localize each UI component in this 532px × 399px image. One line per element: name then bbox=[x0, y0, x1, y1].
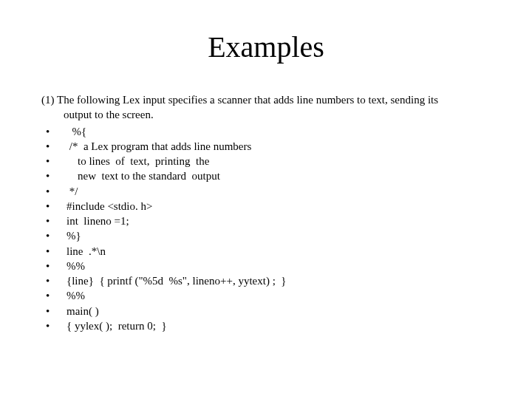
bullet-icon: • bbox=[40, 199, 66, 214]
intro-text: (1) The following Lex input specifies a … bbox=[41, 92, 492, 123]
bullet-text: new text to the standard output bbox=[66, 168, 492, 183]
intro-line-1: (1) The following Lex input specifies a … bbox=[41, 92, 492, 107]
list-item: • main( ) bbox=[40, 304, 492, 318]
bullet-icon: • bbox=[40, 184, 66, 199]
bullet-icon: • bbox=[40, 154, 66, 168]
bullet-text: %% bbox=[66, 288, 492, 303]
list-item: • {line} { printf ("%5d %s", lineno++, y… bbox=[40, 273, 492, 288]
bullet-text: main( ) bbox=[66, 304, 492, 318]
slide: Examples (1) The following Lex input spe… bbox=[0, 0, 532, 399]
list-item: • %} bbox=[40, 228, 492, 243]
bullet-icon: • bbox=[40, 168, 66, 183]
bullet-text: %} bbox=[66, 228, 492, 243]
bullet-icon: • bbox=[40, 214, 66, 228]
bullet-icon: • bbox=[40, 273, 66, 288]
bullet-text: %% bbox=[66, 259, 492, 273]
list-item: • new text to the standard output bbox=[40, 168, 492, 183]
bullet-text: { yylex( ); return 0; } bbox=[66, 318, 492, 333]
bullet-text: %{ bbox=[66, 124, 492, 139]
list-item: • line .*\n bbox=[40, 244, 492, 259]
bullet-text: #include <stdio. h> bbox=[66, 199, 492, 214]
list-item: • { yylex( ); return 0; } bbox=[40, 318, 492, 333]
bullet-text: {line} { printf ("%5d %s", lineno++, yyt… bbox=[66, 273, 492, 288]
bullet-icon: • bbox=[40, 318, 66, 333]
bullet-icon: • bbox=[40, 288, 66, 303]
bullet-text: to lines of text, printing the bbox=[66, 154, 492, 168]
bullet-icon: • bbox=[40, 124, 66, 139]
bullet-text: int lineno =1; bbox=[66, 214, 492, 228]
bullet-icon: • bbox=[40, 259, 66, 273]
slide-title: Examples bbox=[40, 30, 492, 64]
bullet-icon: • bbox=[40, 244, 66, 259]
bullet-text: /* a Lex program that adds line numbers bbox=[66, 139, 492, 154]
intro-line-2: output to the screen. bbox=[41, 107, 492, 122]
bullet-icon: • bbox=[40, 228, 66, 243]
list-item: • #include <stdio. h> bbox=[40, 199, 492, 214]
bullet-text: line .*\n bbox=[66, 244, 492, 259]
list-item: • /* a Lex program that adds line number… bbox=[40, 139, 492, 154]
bullet-text: */ bbox=[66, 184, 492, 199]
list-item: • int lineno =1; bbox=[40, 214, 492, 228]
bullet-icon: • bbox=[40, 304, 66, 318]
bullet-list: • %{ • /* a Lex program that adds line n… bbox=[40, 124, 492, 334]
list-item: • %% bbox=[40, 259, 492, 273]
list-item: • to lines of text, printing the bbox=[40, 154, 492, 168]
bullet-icon: • bbox=[40, 139, 66, 154]
list-item: • %% bbox=[40, 288, 492, 303]
list-item: • %{ bbox=[40, 124, 492, 139]
list-item: • */ bbox=[40, 184, 492, 199]
